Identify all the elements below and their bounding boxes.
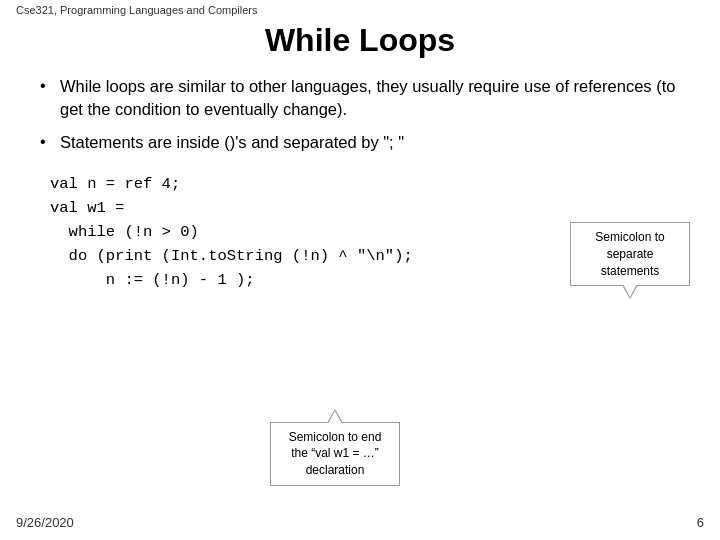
callout-bottom: Semicolon to end the “val w1 = …” declar…: [270, 422, 400, 486]
callout-right-text: Semicolon to separate statements: [595, 230, 664, 278]
header: Cse321, Programming Languages and Compil…: [0, 0, 720, 18]
bullet-list: While loops are similar to other languag…: [40, 75, 680, 154]
slide-title: While Loops: [0, 22, 720, 59]
footer: 9/26/2020 6: [16, 515, 704, 530]
bullet-item-1: While loops are similar to other languag…: [40, 75, 680, 121]
callout-bottom-text: Semicolon to end the “val w1 = …” declar…: [289, 430, 382, 478]
code-line-2: val w1 =: [50, 196, 680, 220]
course-label: Cse321, Programming Languages and Compil…: [0, 0, 274, 22]
bullet-item-2: Statements are inside ()'s and separated…: [40, 131, 680, 154]
callout-right: Semicolon to separate statements: [570, 222, 690, 286]
footer-page: 6: [697, 515, 704, 530]
footer-date: 9/26/2020: [16, 515, 74, 530]
code-line-1: val n = ref 4;: [50, 172, 680, 196]
